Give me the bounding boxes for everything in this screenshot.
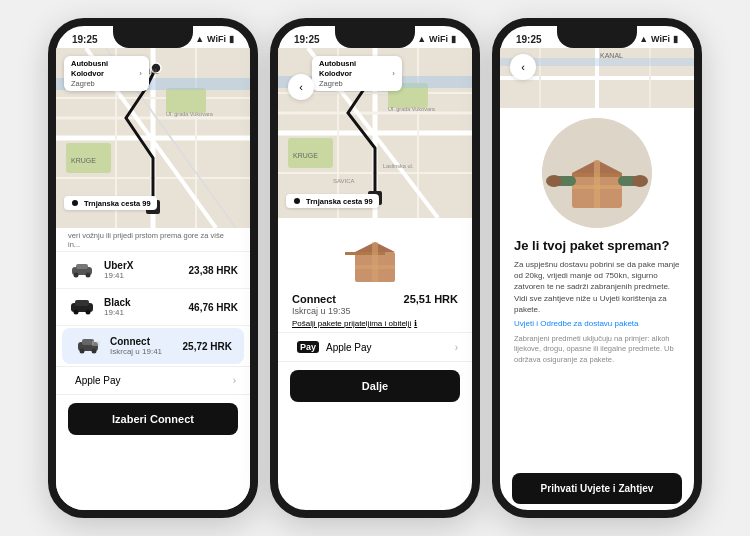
svg-point-29 — [92, 349, 97, 354]
phone1-ride-black[interactable]: Black 19:41 46,76 HRK — [56, 289, 250, 326]
wifi-icon-3: WiFi — [651, 34, 670, 44]
apple-pay-icon-badge: Pay — [297, 341, 319, 353]
phone2-origin-label[interactable]: Autobusni Kolodvor Zagreb › — [312, 56, 402, 91]
svg-text:Ul. grada Vukovara: Ul. grada Vukovara — [388, 106, 436, 112]
phone2-apple-pay-row[interactable]: Pay Apple Pay › — [278, 332, 472, 362]
phone1-dest-dot — [70, 198, 80, 208]
svg-rect-67 — [572, 185, 622, 189]
svg-text:KRUGE: KRUGE — [293, 152, 318, 159]
phone2-connect-label-group: Connect Iskrcaj u 19:35 — [292, 293, 351, 316]
phone2-package-note[interactable]: Pošalji pakete prijateljima i obitelji ℹ — [292, 319, 458, 328]
phone3-accept-button[interactable]: Prihvati Uvjete i Zahtjev — [512, 473, 682, 504]
phone1-black-name: Black — [104, 297, 181, 308]
phone2-origin-chevron: › — [392, 69, 395, 78]
svg-point-28 — [80, 349, 85, 354]
phone3-ready-link[interactable]: Uvjeti i Odredbe za dostavu paketa — [514, 319, 639, 328]
phone1-notch — [113, 26, 193, 48]
svg-rect-23 — [75, 300, 89, 306]
svg-rect-52 — [345, 252, 385, 255]
svg-point-20 — [74, 273, 79, 278]
svg-text:Laslinska ul.: Laslinska ul. — [383, 163, 414, 169]
phone2-connect-time: Iskrcaj u 19:35 — [292, 306, 351, 316]
phone2-dest-dot — [292, 196, 302, 206]
phone-1: 19:25 ▲ WiFi ▮ — [48, 18, 258, 518]
phone1-apple-pay-row[interactable]: Apple Pay › — [56, 366, 250, 395]
phone1-origin-chevron: › — [139, 69, 142, 78]
phone1-connect-time: Iskrcaj u 19:41 — [110, 347, 175, 356]
phone3-ready-area: Je li tvoj paket spreman? Za uspješnu do… — [500, 108, 694, 467]
phone2-note-text: Pošalji pakete prijateljima i obitelji — [292, 319, 411, 328]
uberx-car-icon — [68, 261, 96, 279]
phone2-connect-price-row: Connect Iskrcaj u 19:35 25,51 HRK — [278, 293, 472, 318]
phone1-uberx-time: 19:41 — [104, 271, 181, 280]
signal-icon-2: ▲ — [417, 34, 426, 44]
phone3-time: 19:25 — [516, 34, 542, 45]
svg-point-24 — [74, 310, 79, 315]
wifi-icon: WiFi — [207, 34, 226, 44]
phone1-uberx-price: 23,38 HRK — [189, 265, 238, 276]
phone2-status-icons: ▲ WiFi ▮ — [417, 34, 456, 44]
svg-point-21 — [86, 273, 91, 278]
phone1-ride-list: veri vožnju ili prijedi prstom prema gor… — [56, 228, 250, 510]
phone1-origin-label[interactable]: Autobusni Kolodvor Zagreb › — [64, 56, 149, 91]
svg-rect-54 — [355, 265, 395, 269]
phone2-apple-pay-text: Apple Pay — [326, 342, 372, 353]
svg-rect-30 — [92, 341, 100, 346]
phone1-connect-price: 25,72 HRK — [183, 341, 232, 352]
phone3-back-button[interactable]: ‹ — [510, 54, 536, 80]
phone3-warn-text: Zabranjeni predmeti uključuju na primjer… — [514, 334, 680, 366]
phone3-notch — [557, 26, 637, 48]
svg-rect-53 — [372, 242, 378, 282]
phone2-connect-title: Connect — [292, 293, 351, 305]
svg-point-71 — [632, 175, 648, 187]
wifi-icon-2: WiFi — [429, 34, 448, 44]
signal-icon: ▲ — [195, 34, 204, 44]
svg-text:Ul. grada Vukovara: Ul. grada Vukovara — [166, 111, 214, 117]
phone1-uberx-name: UberX — [104, 260, 181, 271]
signal-icon-3: ▲ — [639, 34, 648, 44]
phone1-status-icons: ▲ WiFi ▮ — [195, 34, 234, 44]
svg-rect-66 — [594, 160, 600, 208]
phone2-apple-pay-label: Pay Apple Pay — [292, 341, 372, 353]
phone2-main-button[interactable]: Dalje — [290, 370, 460, 402]
phone3-status-icons: ▲ WiFi ▮ — [639, 34, 678, 44]
phone3-ready-title: Je li tvoj paket spreman? — [514, 238, 669, 253]
svg-text:KANAL: KANAL — [600, 52, 623, 59]
phone2-back-button[interactable]: ‹ — [288, 74, 314, 100]
phone1-apple-pay-chevron: › — [233, 375, 236, 386]
phone1-main-button[interactable]: Izaberi Connect — [68, 403, 238, 435]
svg-rect-19 — [76, 264, 88, 269]
phone1-connect-info: Connect Iskrcaj u 19:41 — [110, 336, 175, 356]
phone1-map: KANAL KRUGE Ul. grada Vukovara Autobusni… — [56, 48, 250, 228]
phone2-price: 25,51 HRK — [404, 293, 458, 305]
phone2-map: ‹ KANAL KRUGE Ul. grada Vukovara — [278, 48, 472, 218]
svg-text:KRUGE: KRUGE — [71, 157, 96, 164]
phone2-notch — [335, 26, 415, 48]
battery-icon: ▮ — [229, 34, 234, 44]
phone2-apple-pay-chevron: › — [455, 342, 458, 353]
phone3-illustration-svg — [542, 118, 652, 228]
phone2-package-area — [278, 218, 472, 293]
phone-2: 19:25 ▲ WiFi ▮ ‹ — [270, 18, 480, 518]
phone1-time: 19:25 — [72, 34, 98, 45]
phone2-package-icon — [345, 232, 405, 287]
phone1-ride-uberx[interactable]: UberX 19:41 23,38 HRK — [56, 252, 250, 289]
phone2-time: 19:25 — [294, 34, 320, 45]
phone1-dest-label: Trnjanska cesta 99 — [64, 196, 157, 210]
phone2-dest-text: Trnjanska cesta 99 — [306, 197, 373, 206]
phone1-black-price: 46,76 HRK — [189, 302, 238, 313]
phone2-note-info-icon: ℹ — [414, 319, 417, 328]
phone3-ready-body: Za uspješnu dostavu pobrini se da pake m… — [514, 259, 680, 315]
svg-point-25 — [86, 310, 91, 315]
phone1-dest-text: Trnjanska cesta 99 — [84, 199, 151, 208]
phone1-ride-connect[interactable]: Connect Iskrcaj u 19:41 25,72 HRK — [62, 328, 244, 364]
phone2-note-row: Pošalji pakete prijateljima i obitelji ℹ — [278, 318, 472, 332]
battery-icon-2: ▮ — [451, 34, 456, 44]
phone1-connect-name: Connect — [110, 336, 175, 347]
phone1-black-time: 19:41 — [104, 308, 181, 317]
battery-icon-3: ▮ — [673, 34, 678, 44]
phone3-map-strip: ‹ KANAL — [500, 48, 694, 108]
black-car-icon — [68, 298, 96, 316]
phone1-footer-note: veri vožnju ili prijedi prstom prema gor… — [56, 228, 250, 252]
svg-point-70 — [546, 175, 562, 187]
